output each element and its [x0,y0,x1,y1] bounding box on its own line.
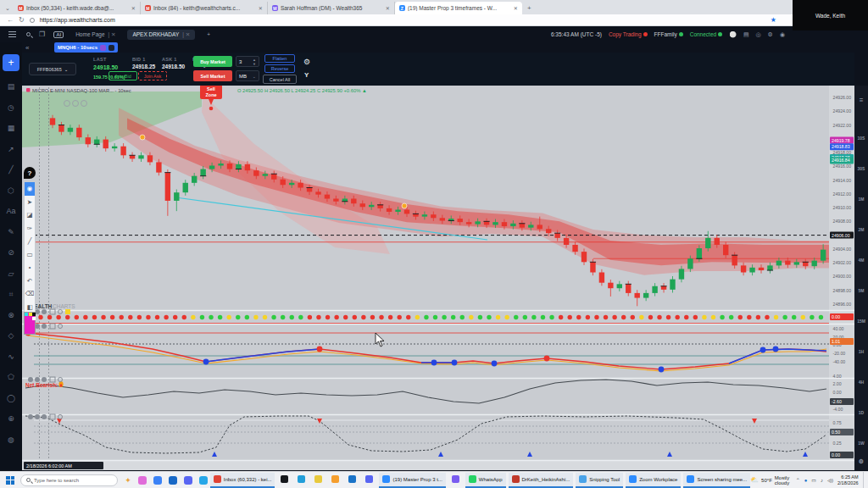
visibility-icon[interactable]: ◉ [25,182,35,196]
filter-icon[interactable]: Y [304,71,309,79]
taskbar-item[interactable] [362,473,376,488]
indicator-mini-icon[interactable] [100,45,106,51]
settings-mini-icon[interactable] [108,45,114,51]
circle-icon[interactable]: ◯ [7,388,15,409]
taskbar-item[interactable]: DrKeith_HeikinAshi... [509,473,574,488]
pinned-app-icon[interactable] [153,476,162,485]
search-icon[interactable] [26,32,31,36]
tab-apex-drkhaday[interactable]: APEX DRKHADAY | ✕ [127,30,195,40]
taskbar-item[interactable]: Inbox (60,332) - kei... [210,473,275,488]
swatch-white[interactable] [32,317,36,320]
swatch-black[interactable] [32,313,36,316]
color-palette[interactable] [24,312,36,335]
globe-icon[interactable]: ◍ [8,430,14,451]
pinned-app-icon[interactable] [199,476,208,485]
taskbar-item[interactable]: Screen sharing mee... [683,473,750,488]
timeframe-5m[interactable]: 5M [854,288,868,293]
copilot-icon[interactable]: ✦ [125,476,131,485]
trendline-icon[interactable]: ╱ [8,159,13,180]
flatten-button[interactable]: Flatten [264,54,295,63]
grid-icon[interactable]: ⌗ [8,284,13,305]
target-icon[interactable]: ⊕ [8,408,14,430]
text-tool-icon[interactable]: Aa [6,201,15,222]
browser-tab[interactable]: MInbox (84) - keith@wealthcharts.c...✕ [141,2,268,14]
trend-icon[interactable]: ↗ [8,139,14,160]
collapse-panel-icon[interactable]: « [25,44,29,52]
taskbar-item[interactable] [448,473,463,488]
watchlist-icon[interactable]: ▤ [8,76,15,97]
remove-icon[interactable]: ⊗ [8,305,14,326]
join-ask-button[interactable]: Join Ask [138,71,167,80]
layouts-icon[interactable]: ❐ [39,30,45,38]
timeframe-1h[interactable]: 1H [854,349,868,354]
address-bar[interactable]: https://app.wealthcharts.com [40,17,115,23]
weather-widget[interactable]: ⛅ 50°F Mostly cloudy [750,475,792,485]
bookmark-star-icon[interactable]: ★ [771,16,776,24]
start-button[interactable] [6,476,14,485]
quantity-stepper[interactable]: 3▲▼ [236,56,259,67]
show-desktop-button[interactable] [863,472,865,488]
brush-icon[interactable]: ✑ [25,222,35,236]
calendar-icon[interactable]: ▦ [8,118,15,139]
pentagon-icon[interactable]: ⬠ [8,367,14,388]
order-type-select[interactable]: MB⌄ [236,70,259,81]
cancel-all-button[interactable]: Cancel All [263,75,297,84]
measure-icon[interactable]: ▭ [25,248,35,262]
undo-icon[interactable]: ↶ [25,274,35,288]
menu-icon[interactable] [8,31,16,37]
wave-icon[interactable]: ∿ [8,347,14,368]
trade-settings-gear-icon[interactable]: ⚙ [303,58,310,66]
volume-icon[interactable]: ◃)) [827,477,833,483]
reload-icon[interactable]: ↻ [19,16,25,24]
save-icon[interactable]: ▤ [743,31,749,38]
gear-icon[interactable]: ⚙ [768,31,773,38]
line-tool-icon[interactable]: ╱ [25,235,35,248]
close-icon[interactable]: ✕ [514,5,518,11]
timeframe-4h[interactable]: 4H [854,380,868,385]
magnet-icon[interactable]: ⊘ [8,242,14,263]
timeframe-15m[interactable]: 15M [854,319,868,324]
rectangle-icon[interactable]: ▱ [8,263,14,285]
pinned-app-icon[interactable] [169,476,177,485]
bell-icon[interactable]: ◎ [756,31,761,38]
site-info-icon[interactable] [30,18,35,23]
timeframe-1m[interactable]: 1M [854,197,868,202]
timeframe-4m[interactable]: 4M [854,258,868,263]
pinned-app-icon[interactable] [184,476,192,485]
new-tab-button[interactable]: + [527,4,531,12]
ai-icon[interactable]: AI [53,31,64,38]
browser-tab[interactable]: Z(19) Master Prop 3 timeframes - W...✕ [395,2,522,14]
point-icon[interactable]: • [25,261,35,274]
tab-home-page[interactable]: Home Page | ✕ [75,31,115,38]
price-chart[interactable]: 24926.0024924.0024922.0024920.0024918.00… [22,86,854,470]
taskbar-clock[interactable]: 6:25 AM 2/18/2026 [837,474,858,485]
taskbar-item[interactable] [294,473,309,488]
taskbar-item[interactable]: Zoom Workplace [626,473,681,488]
help-pin-icon[interactable]: ? [24,167,36,179]
add-button[interactable]: + [3,54,19,71]
cursor-icon[interactable]: ➤ [25,196,35,209]
new-tab-button[interactable]: + [207,31,210,37]
join-bid-button[interactable]: Join Bid [108,71,137,80]
stepper-arrows-icon[interactable]: ▲▼ [253,58,256,66]
mic-icon[interactable]: ♪ [821,478,823,483]
diamond-icon[interactable]: ◇ [8,325,14,347]
tabs-chevron-icon[interactable]: ⌄ [5,5,10,12]
sell-market-button[interactable]: Sell Market [193,70,232,81]
reverse-button[interactable]: Reverse [264,64,295,73]
account-select[interactable]: FFFB06365⌄ [29,63,76,75]
browser-tab[interactable]: WSarah Hoffman (DM) - Wealth365✕ [268,2,395,14]
eraser-icon[interactable]: ◪ [25,208,35,222]
shapes-icon[interactable]: ⬡ [8,180,14,202]
taskbar-item[interactable] [311,473,326,488]
timeframe-1w[interactable]: 1W [854,441,868,446]
browser-tab[interactable]: MInbox (50,334) - keith.wade.dba@...✕ [14,2,141,14]
buy-market-button[interactable]: Buy Market [193,56,232,67]
taskbar-item[interactable] [328,473,342,488]
battery-icon[interactable]: ▭ [811,477,816,483]
close-icon[interactable]: | ✕ [182,31,190,38]
close-icon[interactable]: | ✕ [108,31,116,38]
pinned-app-icon[interactable] [138,476,147,485]
globe-icon[interactable]: ◉ [780,31,785,38]
taskbar-item[interactable]: Snipping Tool [576,473,623,488]
